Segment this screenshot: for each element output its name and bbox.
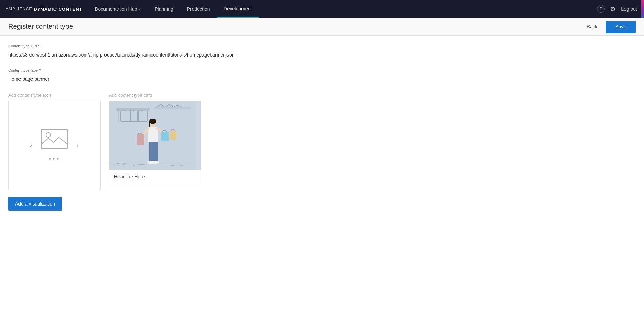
svg-rect-5 — [149, 108, 149, 122]
label-required-marker: * — [39, 68, 41, 72]
cards-section: Add content type icon ‹ ••• › — [8, 92, 636, 190]
logo-amplience: AMPLIENCE — [5, 7, 32, 11]
svg-point-1 — [46, 133, 51, 137]
uri-form-group: Content type URI* — [8, 44, 636, 60]
prev-arrow-button[interactable]: ‹ — [29, 140, 34, 151]
sub-header-actions: Back Save — [583, 21, 636, 33]
uri-input[interactable] — [8, 50, 636, 60]
content-card[interactable]: Headline Here — [109, 101, 201, 184]
shopping-scene-svg — [109, 101, 196, 170]
main-content: Content type URI* Content type label* Ad… — [0, 36, 644, 335]
svg-rect-16 — [137, 134, 144, 145]
icon-card[interactable]: ‹ ••• › — [8, 101, 101, 190]
nav-item-planning[interactable]: Planning — [148, 0, 180, 18]
nav-item-production[interactable]: Production — [180, 0, 217, 18]
svg-point-20 — [152, 161, 159, 164]
nav-item-development[interactable]: Development — [217, 0, 259, 18]
content-type-label: Content type label* — [8, 68, 636, 72]
nav-item-docs-hub[interactable]: Documentation Hub ▾ — [88, 0, 148, 18]
nav-item-planning-label: Planning — [154, 6, 173, 12]
logo-area: AMPLIENCE DYNAMIC CONTENT — [0, 0, 88, 18]
uri-label: Content type URI* — [8, 44, 636, 48]
dots-indicator: ••• — [49, 155, 60, 163]
help-icon[interactable]: ? — [597, 5, 605, 13]
nav-items: Documentation Hub ▾ Planning Production … — [88, 0, 597, 18]
back-button[interactable]: Back — [583, 21, 602, 32]
settings-icon[interactable]: ⚙ — [610, 5, 616, 13]
label-form-group: Content type label* — [8, 68, 636, 84]
page-title: Register content type — [8, 23, 73, 30]
gradient-bar — [641, 0, 644, 18]
nav-item-production-label: Production — [187, 6, 210, 12]
chevron-down-icon: ▾ — [139, 7, 141, 11]
logo-dynamic: DYNAMIC CONTENT — [34, 7, 82, 12]
svg-rect-0 — [41, 129, 67, 149]
content-card-col: Add content type card — [109, 92, 201, 190]
card-headline: Headline Here — [114, 174, 196, 179]
svg-rect-14 — [161, 132, 169, 141]
svg-rect-4 — [118, 108, 119, 122]
nav-item-docs-hub-label: Documentation Hub — [95, 6, 137, 12]
icon-section-label: Add content type icon — [8, 92, 101, 98]
add-visualization-button[interactable]: Add a visualization — [8, 197, 62, 211]
top-nav: AMPLIENCE DYNAMIC CONTENT Documentation … — [0, 0, 644, 18]
card-section-label: Add content type card — [109, 92, 201, 98]
svg-rect-18 — [153, 142, 158, 162]
svg-rect-17 — [149, 142, 153, 162]
svg-rect-9 — [154, 107, 191, 109]
sub-header: Register content type Back Save — [0, 18, 644, 36]
content-card-image — [109, 101, 201, 170]
content-card-body: Headline Here — [109, 170, 201, 184]
uri-required-marker: * — [38, 44, 39, 48]
logout-button[interactable]: Log out — [621, 6, 637, 12]
icon-card-col: Add content type icon ‹ ••• › — [8, 92, 101, 190]
image-placeholder: ••• — [41, 129, 68, 163]
label-input[interactable] — [8, 74, 636, 84]
nav-item-development-label: Development — [224, 6, 252, 11]
svg-rect-13 — [148, 127, 158, 142]
next-arrow-button[interactable]: › — [75, 140, 80, 151]
icon-card-inner: ‹ ••• › — [29, 129, 80, 163]
svg-rect-15 — [170, 131, 176, 140]
nav-right: ? ⚙ Log out — [597, 5, 644, 13]
placeholder-image-icon — [41, 129, 68, 149]
save-button[interactable]: Save — [606, 21, 636, 33]
